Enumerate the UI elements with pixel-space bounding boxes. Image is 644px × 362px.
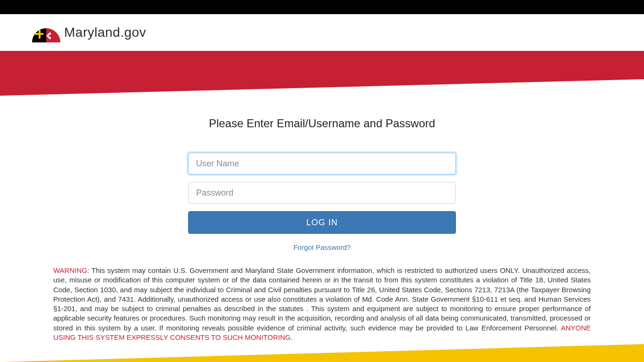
svg-rect-1 — [39, 30, 41, 39]
warning-label: WARNING — [53, 266, 87, 274]
warning-body: : This system may contain U.S. Governmen… — [53, 266, 591, 332]
top-black-bar — [0, 0, 644, 14]
password-input[interactable] — [188, 182, 456, 204]
svg-rect-3 — [51, 33, 53, 39]
login-button[interactable]: LOG IN — [188, 211, 456, 234]
red-banner — [0, 51, 644, 79]
warning-period: . — [290, 333, 292, 341]
logo-area: Maryland.gov — [0, 14, 644, 51]
forgot-password-link[interactable]: Forgot Password? — [293, 243, 351, 251]
username-input[interactable] — [188, 153, 456, 174]
yellow-footer-accent — [0, 344, 644, 362]
maryland-flag-icon — [32, 23, 60, 42]
main-content: Please Enter Email/Username and Password… — [0, 79, 644, 342]
login-form: LOG IN Forgot Password? — [188, 153, 456, 252]
page-title: Please Enter Email/Username and Password — [0, 117, 644, 130]
logo-text: Maryland.gov — [64, 25, 146, 40]
warning-text: WARNING: This system may contain U.S. Go… — [53, 266, 591, 342]
